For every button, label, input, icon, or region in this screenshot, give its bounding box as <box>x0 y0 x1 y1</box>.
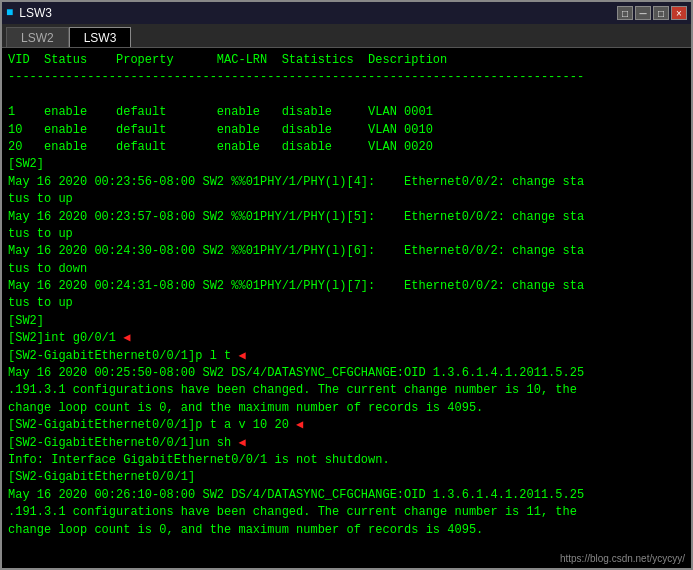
watermark: https://blog.csdn.net/ycycyy/ <box>560 553 685 564</box>
tab-lsw3[interactable]: LSW3 <box>69 27 132 47</box>
minimize-button[interactable]: ─ <box>635 6 651 20</box>
log-line-6a: May 16 2020 00:24:30-08:00 SW2 %%01PHY/1… <box>8 243 685 260</box>
close-button[interactable]: × <box>671 6 687 20</box>
log-line-25-50c: change loop count is 0, and the maximum … <box>8 400 685 417</box>
arrow-2: ◀ <box>238 349 245 363</box>
tab-lsw2[interactable]: LSW2 <box>6 27 69 47</box>
log-line-25-50b: .191.3.1 configurations have been change… <box>8 382 685 399</box>
log-line-5a: May 16 2020 00:23:57-08:00 SW2 %%01PHY/1… <box>8 209 685 226</box>
title-bar-left: ■ LSW3 <box>6 6 52 20</box>
log-line-26-10b: .191.3.1 configurations have been change… <box>8 504 685 521</box>
sw2-prompt-1: [SW2] <box>8 156 685 173</box>
window-controls: □ ─ □ × <box>617 6 687 20</box>
log-line-4a: May 16 2020 00:23:56-08:00 SW2 %%01PHY/1… <box>8 174 685 191</box>
maximize-button[interactable]: □ <box>653 6 669 20</box>
info-not-shutdown: Info: Interface GigabitEthernet0/0/1 is … <box>8 452 685 469</box>
sw2-gig-prompt: [SW2-GigabitEthernet0/0/1] <box>8 469 685 486</box>
vlan-10-row: 10 enable default enable disable VLAN 00… <box>8 122 685 139</box>
log-line-6b: tus to down <box>8 261 685 278</box>
cmd-p-l-t: [SW2-GigabitEthernet0/0/1]p l t ◀ <box>8 348 685 365</box>
log-line-7b: tus to up <box>8 295 685 312</box>
cmd-un-sh: [SW2-GigabitEthernet0/0/1]un sh ◀ <box>8 435 685 452</box>
log-line-26-10a: May 16 2020 00:26:10-08:00 SW2 DS/4/DATA… <box>8 487 685 504</box>
arrow-1: ◀ <box>123 331 130 345</box>
main-window: ■ LSW3 □ ─ □ × LSW2 LSW3 VID Status Prop… <box>0 0 693 570</box>
terminal-area[interactable]: VID Status Property MAC-LRN Statistics D… <box>2 48 691 568</box>
blank-line-1 <box>8 87 685 104</box>
cmd-p-t-a-v: [SW2-GigabitEthernet0/0/1]p t a v 10 20 … <box>8 417 685 434</box>
vlan-1-row: 1 enable default enable disable VLAN 000… <box>8 104 685 121</box>
window-title: LSW3 <box>19 6 52 20</box>
app-icon: ■ <box>6 6 13 20</box>
title-bar: ■ LSW3 □ ─ □ × <box>2 2 691 24</box>
vlan-20-row: 20 enable default enable disable VLAN 00… <box>8 139 685 156</box>
column-header: VID Status Property MAC-LRN Statistics D… <box>8 52 685 69</box>
log-line-4b: tus to up <box>8 191 685 208</box>
cmd-int-g001: [SW2]int g0/0/1 ◀ <box>8 330 685 347</box>
log-line-7a: May 16 2020 00:24:31-08:00 SW2 %%01PHY/1… <box>8 278 685 295</box>
tabs-bar: LSW2 LSW3 <box>2 24 691 48</box>
sw2-prompt-2: [SW2] <box>8 313 685 330</box>
log-line-26-10c: change loop count is 0, and the maximum … <box>8 522 685 539</box>
arrow-3: ◀ <box>296 418 303 432</box>
log-line-5b: tus to up <box>8 226 685 243</box>
log-line-25-50a: May 16 2020 00:25:50-08:00 SW2 DS/4/DATA… <box>8 365 685 382</box>
arrow-4: ◀ <box>238 436 245 450</box>
restore-button[interactable]: □ <box>617 6 633 20</box>
separator-line: ----------------------------------------… <box>8 69 685 86</box>
